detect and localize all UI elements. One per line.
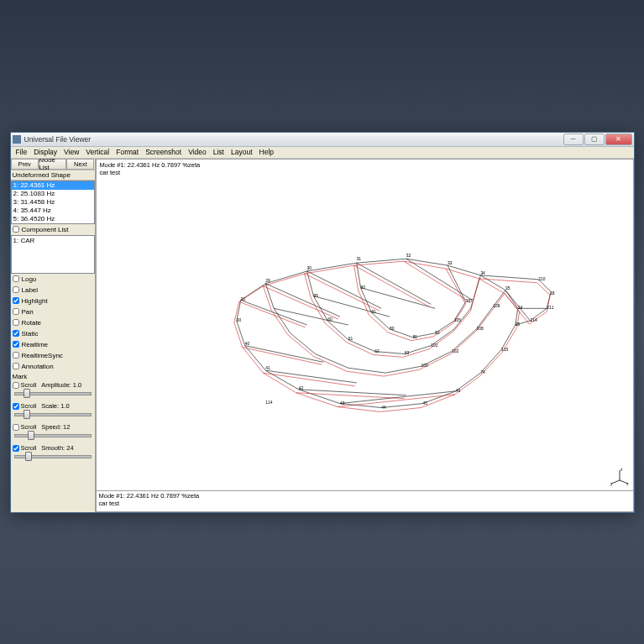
toggle-checkbox[interactable] (13, 297, 19, 304)
toggle-label: Highlight (22, 296, 48, 306)
svg-text:81: 81 (412, 334, 417, 338)
svg-text:44: 44 (381, 406, 386, 410)
slider-track[interactable] (11, 413, 95, 423)
component-list-checkbox[interactable] (13, 226, 19, 233)
slider-row: ScrollScale: 1.0 (11, 402, 95, 411)
svg-text:108: 108 (476, 326, 483, 330)
slider-thumb[interactable] (28, 431, 34, 440)
svg-text:100: 100 (421, 364, 427, 368)
titlebar[interactable]: Universal File Viewer ─ ▢ ✕ (11, 133, 634, 147)
slider-track[interactable] (11, 455, 95, 465)
close-button[interactable]: ✕ (605, 134, 632, 145)
slider-thumb[interactable] (24, 410, 30, 419)
component-item[interactable]: 1: CAR (13, 237, 92, 244)
menu-help[interactable]: Help (256, 148, 277, 156)
svg-text:101: 101 (431, 343, 437, 347)
toggle-checkbox[interactable] (13, 363, 19, 369)
toggle-checkbox[interactable] (13, 275, 19, 282)
next-button[interactable]: Next (66, 159, 94, 170)
slider-track[interactable] (11, 434, 95, 444)
svg-text:43: 43 (339, 401, 344, 405)
svg-text:95: 95 (313, 293, 318, 297)
svg-text:214: 214 (530, 318, 537, 322)
toggle-highlight[interactable]: Highlight (11, 296, 95, 306)
slider-thumb[interactable] (24, 389, 30, 398)
menu-file[interactable]: File (13, 148, 31, 156)
menu-video[interactable]: Video (185, 148, 210, 156)
minimize-button[interactable]: ─ (563, 134, 584, 145)
slider-scroll-checkbox[interactable] (13, 445, 19, 452)
component-list[interactable]: 1: CAR (11, 235, 95, 274)
app-window: Universal File Viewer ─ ▢ ✕ File Display… (10, 132, 635, 513)
svg-text:32: 32 (406, 254, 411, 258)
svg-text:z: z (620, 467, 623, 472)
svg-text:42: 42 (298, 385, 303, 390)
svg-text:18: 18 (550, 291, 555, 295)
svg-text:115: 115 (501, 347, 508, 351)
menu-display[interactable]: Display (30, 148, 60, 156)
svg-text:25: 25 (515, 322, 520, 326)
mode-item[interactable]: 3: 31.4458 Hz (12, 198, 94, 207)
slider-scroll-checkbox[interactable] (13, 382, 19, 389)
toggle-realtimesync[interactable]: RealtimeSync (11, 350, 95, 361)
menu-format[interactable]: Format (113, 148, 142, 156)
toggle-logo[interactable]: Logo (11, 274, 95, 285)
mode-item[interactable]: 5: 36.4520 Hz (12, 215, 94, 223)
component-list-toggle[interactable]: Component List (11, 224, 95, 235)
axis-gizmo-icon: z x y (610, 467, 630, 487)
svg-text:211: 211 (547, 306, 553, 310)
slider-value-label: Speed: 12 (41, 423, 70, 432)
toggle-checkbox[interactable] (13, 352, 19, 359)
menu-vertical[interactable]: Vertical (82, 148, 113, 156)
toggle-annotation[interactable]: Annotation (11, 361, 95, 372)
toggle-checkbox[interactable] (13, 330, 19, 337)
toggle-static[interactable]: Static (11, 328, 95, 339)
svg-text:35: 35 (505, 285, 510, 290)
svg-text:107: 107 (465, 299, 472, 303)
menu-list[interactable]: List (210, 148, 228, 156)
toggle-pan[interactable]: Pan (11, 306, 95, 317)
mode-list[interactable]: 1: 22.4361 Hz 2: 25.1083 Hz 3: 31.4458 H… (11, 181, 95, 224)
wireframe-model: 293031 323334 354041 424344 454660 61626… (97, 160, 633, 490)
mark-section-label: Mark (11, 372, 95, 381)
svg-text:102: 102 (451, 348, 458, 353)
menu-view[interactable]: View (60, 148, 82, 156)
slider-scroll-checkbox[interactable] (13, 403, 19, 410)
toggle-realtime[interactable]: Realtime (11, 339, 95, 350)
toggle-checkbox[interactable] (13, 286, 19, 293)
menu-layout[interactable]: Layout (228, 148, 256, 156)
mode-list-button[interactable]: Mode List (39, 159, 66, 170)
status-panel: Mode #1: 22.4361 Hz 0.7897 %zeta car tes… (96, 491, 634, 512)
slider-thumb[interactable] (25, 452, 32, 461)
prev-button[interactable]: Prev (11, 159, 39, 170)
toggle-checkbox[interactable] (13, 308, 19, 315)
svg-text:40: 40 (244, 341, 249, 345)
svg-text:30: 30 (306, 266, 312, 270)
svg-text:x: x (626, 481, 629, 486)
toggle-checkbox[interactable] (13, 341, 19, 348)
toggle-label[interactable]: Label (11, 285, 95, 296)
toggle-label: Logo (22, 275, 37, 284)
nav-buttons: Prev Mode List Next (11, 159, 95, 170)
svg-text:29: 29 (265, 278, 270, 282)
svg-text:33: 33 (448, 261, 453, 265)
mode-item[interactable]: 1: 22.4361 Hz (12, 181, 94, 190)
svg-text:y: y (610, 481, 613, 486)
toggle-label: Label (22, 285, 39, 295)
mode-item[interactable]: 4: 35.447 Hz (12, 207, 94, 215)
slider-track[interactable] (11, 392, 95, 402)
menu-screenshot[interactable]: Screenshot (142, 148, 185, 156)
toggle-rotate[interactable]: Rotate (11, 317, 95, 328)
toggle-checkbox[interactable] (13, 319, 19, 326)
content-area: Prev Mode List Next Undeformed Shape 1: … (11, 159, 634, 512)
mode-item[interactable]: 2: 25.1083 Hz (12, 190, 94, 198)
menubar: File Display View Vertical Format Screen… (11, 147, 634, 159)
svg-text:91: 91 (371, 310, 376, 314)
sidebar: Prev Mode List Next Undeformed Shape 1: … (11, 159, 96, 512)
maximize-button[interactable]: ▢ (584, 134, 605, 145)
slider-scroll-checkbox[interactable] (13, 424, 19, 431)
svg-text:24: 24 (517, 306, 522, 310)
slider-row: ScrollSmooth: 24 (11, 444, 95, 453)
toggle-label: RealtimeSync (22, 351, 63, 360)
viewport-3d[interactable]: Mode #1: 22.4361 Hz 0.7897 %zeta car tes… (96, 159, 634, 491)
